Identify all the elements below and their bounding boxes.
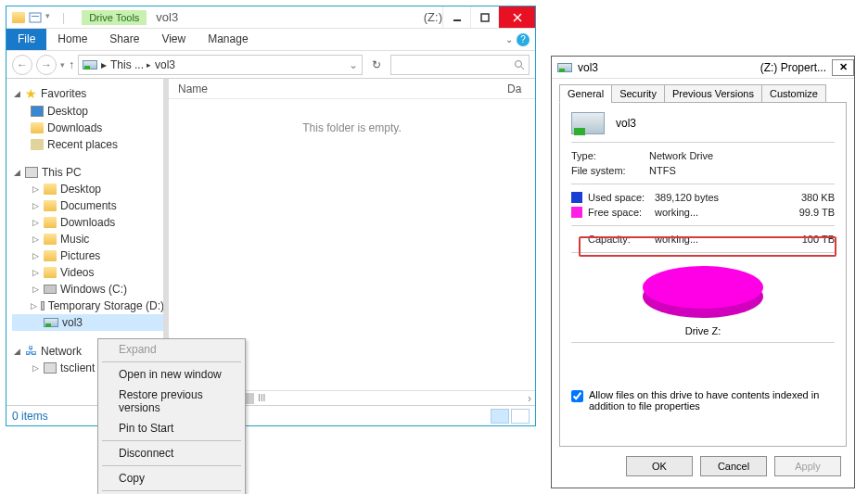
- window-title: vol3: [156, 10, 178, 24]
- tree-item[interactable]: ▷Desktop: [12, 181, 166, 197]
- up-button[interactable]: ↑: [69, 58, 74, 71]
- netdrive-icon: [571, 112, 605, 134]
- qat-items-icon[interactable]: [29, 11, 42, 24]
- minimize-button[interactable]: [442, 6, 470, 28]
- network-icon: 🖧: [25, 344, 37, 358]
- help-icon[interactable]: ?: [517, 33, 530, 46]
- drive-tools-tab[interactable]: Drive Tools: [82, 10, 147, 25]
- tree-desktop[interactable]: Desktop: [12, 103, 166, 120]
- property-tabs: General Security Previous Versions Custo…: [552, 79, 854, 103]
- breadcrumb-dropdown-icon[interactable]: ⌄: [349, 58, 358, 71]
- folder-icon: [44, 234, 57, 245]
- search-icon: [514, 59, 525, 70]
- dialog-close-button[interactable]: ✕: [832, 59, 854, 76]
- netdrive-icon: [44, 318, 58, 327]
- forward-button[interactable]: →: [36, 55, 57, 75]
- drive-letter: (Z:): [424, 10, 442, 24]
- apply-button[interactable]: Apply: [774, 456, 841, 476]
- fs-value: NTFS: [649, 165, 676, 176]
- tree-item[interactable]: ▷Pictures: [12, 247, 166, 264]
- breadcrumb-root[interactable]: This ... ▸: [110, 58, 151, 71]
- type-value: Network Drive: [649, 150, 713, 161]
- tab-previous-versions[interactable]: Previous Versions: [664, 84, 762, 103]
- tree-item[interactable]: ▷Documents: [12, 197, 166, 214]
- dialog-title-suffix: (Z:) Propert...: [760, 61, 826, 74]
- capacity-label: Capacity:: [588, 234, 655, 245]
- back-button[interactable]: ←: [12, 55, 32, 75]
- tree-downloads[interactable]: Downloads: [12, 120, 166, 136]
- tab-customize[interactable]: Customize: [761, 84, 826, 103]
- folder-icon: [31, 139, 44, 150]
- indexed-label: Allow files on this drive to have conten…: [589, 389, 835, 412]
- tree-this-pc[interactable]: ◢This PC: [12, 164, 166, 181]
- indexed-checkbox[interactable]: [571, 390, 583, 402]
- column-date[interactable]: Da: [507, 82, 535, 95]
- context-menu: Expand Open in new window Restore previo…: [97, 338, 246, 494]
- folder-icon: [44, 200, 57, 211]
- status-items: 0 items: [12, 410, 48, 423]
- dialog-title-volume: vol3: [578, 61, 598, 74]
- folder-icon: [44, 184, 57, 195]
- folder-icon: [44, 250, 57, 261]
- star-icon: ★: [25, 86, 37, 101]
- view-details-button[interactable]: [491, 409, 509, 424]
- drive-icon: [41, 301, 45, 310]
- ctx-pin-to-start[interactable]: Pin to Start: [98, 418, 245, 438]
- tree-item[interactable]: ▷Music: [12, 231, 166, 247]
- folder-icon: [31, 122, 44, 133]
- ctx-copy[interactable]: Copy: [98, 468, 245, 488]
- tab-file[interactable]: File: [6, 29, 46, 50]
- statusbar: 0 items: [6, 405, 535, 425]
- history-dropdown-icon[interactable]: ▾: [60, 60, 65, 70]
- netdrive-icon: [83, 60, 97, 70]
- address-input[interactable]: ▸ This ... ▸ vol3 ⌄: [78, 55, 363, 75]
- pc-icon: [25, 167, 38, 178]
- pie-chart: [643, 266, 763, 318]
- tab-home[interactable]: Home: [46, 29, 98, 50]
- tab-security[interactable]: Security: [611, 84, 665, 103]
- ribbon-tabs: File Home Share View Manage ⌄?: [6, 29, 535, 51]
- capacity-bytes: working...: [655, 234, 744, 245]
- tree-vol3[interactable]: vol3: [12, 314, 166, 331]
- free-swatch-icon: [571, 207, 582, 218]
- tab-manage[interactable]: Manage: [197, 29, 259, 50]
- capacity-human: 100 TB: [744, 234, 835, 245]
- column-name[interactable]: Name: [178, 82, 507, 95]
- refresh-button[interactable]: ↻: [366, 55, 387, 75]
- tree-drive-d[interactable]: ▷Temporary Storage (D:): [12, 298, 166, 314]
- drive-label: Drive Z:: [571, 325, 835, 336]
- cancel-button[interactable]: Cancel: [700, 456, 767, 476]
- drive-name: vol3: [616, 117, 636, 130]
- ctx-restore-versions[interactable]: Restore previous versions: [98, 385, 245, 418]
- tab-share[interactable]: Share: [98, 29, 150, 50]
- tree-item[interactable]: ▷Videos: [12, 264, 166, 281]
- ribbon-expand[interactable]: ⌄?: [500, 29, 535, 50]
- free-label: Free space:: [588, 207, 655, 218]
- pc-icon: [44, 362, 57, 374]
- drive-icon: [44, 285, 57, 294]
- titlebar: ▾ | Drive Tools vol3 (Z:): [6, 6, 535, 29]
- tab-view[interactable]: View: [150, 29, 197, 50]
- svg-rect-3: [481, 14, 489, 21]
- breadcrumb-folder[interactable]: vol3: [155, 58, 175, 71]
- close-button[interactable]: [498, 6, 535, 28]
- explorer-window: ▾ | Drive Tools vol3 (Z:) File Home Shar…: [6, 6, 536, 426]
- tree-drive-c[interactable]: ▷Windows (C:): [12, 281, 166, 298]
- address-bar: ← → ▾ ↑ ▸ This ... ▸ vol3 ⌄ ↻: [6, 51, 535, 79]
- folder-icon: [12, 12, 25, 23]
- ctx-disconnect[interactable]: Disconnect: [98, 443, 245, 463]
- view-icons-button[interactable]: [511, 409, 530, 424]
- qat-down-icon[interactable]: ▾: [45, 11, 58, 24]
- ok-button[interactable]: OK: [626, 456, 693, 476]
- tree-favorites[interactable]: ◢★Favorites: [12, 84, 166, 103]
- ctx-open-new-window[interactable]: Open in new window: [98, 364, 245, 385]
- search-input[interactable]: [390, 55, 530, 75]
- maximize-button[interactable]: [470, 6, 498, 28]
- property-body: vol3 Type:Network Drive File system:NTFS…: [559, 102, 847, 447]
- tree-item[interactable]: ▷Downloads: [12, 214, 166, 231]
- tree-recent[interactable]: Recent places: [12, 136, 166, 153]
- svg-point-4: [516, 60, 522, 67]
- used-label: Used space:: [588, 192, 655, 203]
- tab-general[interactable]: General: [559, 84, 612, 103]
- column-headers: Name Da: [169, 79, 535, 99]
